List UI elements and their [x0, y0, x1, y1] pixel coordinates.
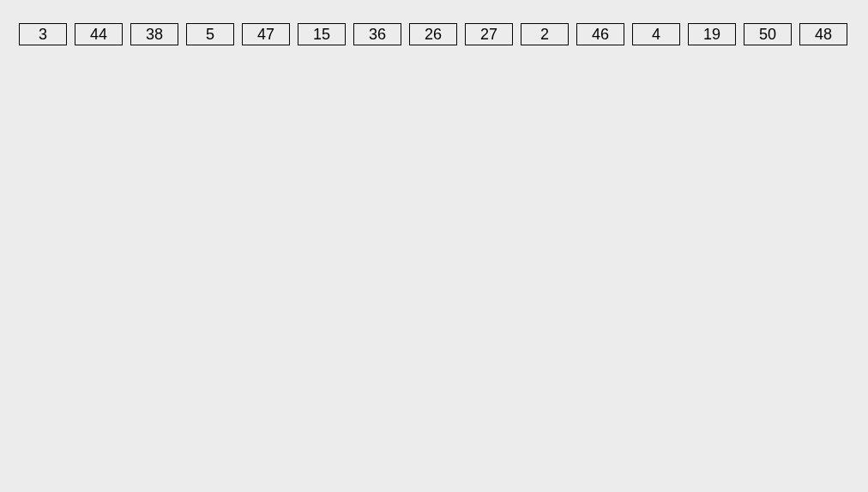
number-button-14[interactable]: 48 — [799, 23, 847, 45]
number-button-8[interactable]: 27 — [465, 23, 513, 45]
number-button-13[interactable]: 50 — [744, 23, 792, 45]
number-button-6[interactable]: 36 — [353, 23, 401, 45]
number-button-1[interactable]: 44 — [75, 23, 123, 45]
number-button-9[interactable]: 2 — [521, 23, 569, 45]
number-button-4[interactable]: 47 — [242, 23, 290, 45]
number-button-5[interactable]: 15 — [298, 23, 346, 45]
number-button-7[interactable]: 26 — [409, 23, 457, 45]
number-button-2[interactable]: 38 — [130, 23, 178, 45]
number-button-12[interactable]: 19 — [688, 23, 736, 45]
button-row: 3 44 38 5 47 15 36 26 27 2 46 4 19 50 48 — [0, 0, 868, 69]
number-button-0[interactable]: 3 — [19, 23, 67, 45]
number-button-10[interactable]: 46 — [576, 23, 624, 45]
number-button-11[interactable]: 4 — [632, 23, 680, 45]
number-button-3[interactable]: 5 — [186, 23, 234, 45]
